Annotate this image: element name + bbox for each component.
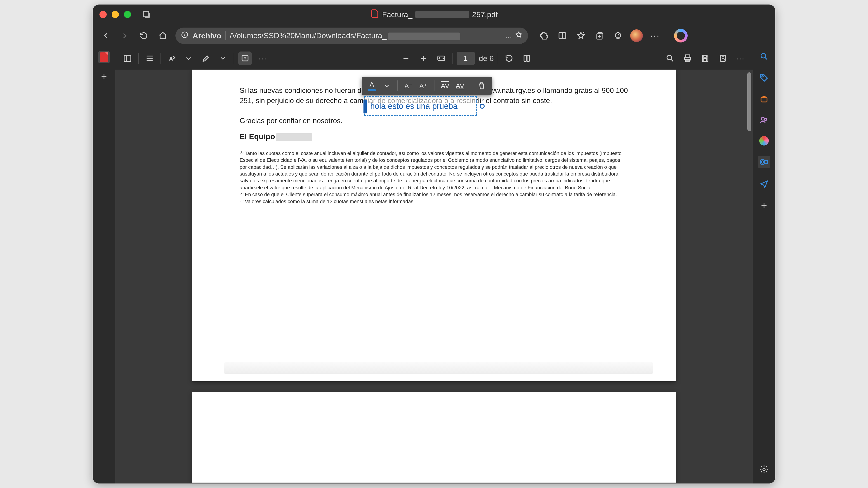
reload-button[interactable] (137, 29, 150, 42)
sidebar-games-icon[interactable] (758, 115, 770, 126)
increase-spacing-button[interactable]: AV (454, 79, 467, 92)
page-number-input[interactable] (457, 52, 475, 65)
toolbar-separator (234, 53, 234, 64)
text-color-button[interactable]: A (365, 79, 378, 92)
profile-avatar[interactable] (630, 29, 643, 42)
svg-point-22 (761, 161, 764, 163)
add-text-tool-icon[interactable] (238, 52, 252, 65)
titlebar: Factura_ 257.pdf (93, 4, 775, 24)
save-icon[interactable] (699, 52, 712, 65)
svg-rect-14 (704, 59, 707, 61)
zoom-out-button[interactable]: − (399, 52, 413, 65)
maximize-window-button[interactable] (124, 11, 131, 18)
nav-right-group: ··· (537, 29, 688, 42)
zoom-in-button[interactable]: + (417, 52, 430, 65)
plus-icon: + (101, 70, 107, 82)
decrease-font-button[interactable]: A⁻ (402, 79, 415, 92)
text-color-dropdown-icon[interactable] (380, 79, 393, 92)
vertical-tab-pdf[interactable] (98, 51, 110, 63)
pdf-viewport[interactable]: A A⁻ A⁺ AV AV (115, 70, 753, 484)
performance-icon[interactable] (612, 29, 624, 42)
pdf-toolbar: ··· − + de 6 (115, 47, 753, 70)
svg-rect-0 (144, 11, 149, 17)
redacted-segment (388, 33, 460, 40)
footnote-1: Tanto las cuotas como el coste anual inc… (240, 151, 622, 191)
print-icon[interactable] (681, 52, 694, 65)
favorite-star-icon[interactable] (515, 31, 523, 40)
text-format-toolbar: A A⁻ A⁺ AV AV (362, 77, 492, 95)
home-button[interactable] (156, 29, 169, 42)
draw-tool-icon[interactable] (199, 52, 213, 65)
toolbar-separator (160, 53, 161, 64)
draw-dropdown-icon[interactable] (216, 52, 230, 65)
traffic-lights (99, 11, 131, 18)
new-tab-button[interactable]: + (98, 70, 110, 82)
read-aloud-icon[interactable] (716, 52, 730, 65)
decrease-spacing-button[interactable]: AV (438, 79, 452, 92)
increase-font-button[interactable]: A⁺ (417, 79, 430, 92)
toolbar-separator (498, 53, 498, 64)
footnote-2: En caso de que el Cliente superara el co… (245, 192, 617, 197)
sidebar-toggle-icon[interactable] (121, 52, 134, 65)
pdf-more-icon[interactable]: ··· (734, 52, 747, 65)
title-suffix: 257.pdf (472, 10, 498, 19)
team-label: El Equipo (240, 132, 275, 141)
address-more-icon[interactable]: … (505, 32, 513, 40)
document-team: El Equipo (240, 132, 628, 141)
close-window-button[interactable] (99, 11, 107, 18)
highlight-tool-icon[interactable] (165, 52, 179, 65)
page-total-label: de 6 (479, 54, 494, 63)
pdf-page-1: A A⁻ A⁺ AV AV (192, 70, 676, 381)
page-view-icon[interactable] (520, 52, 533, 65)
sidebar-add-icon[interactable]: + (758, 200, 770, 210)
text-color-swatch (368, 89, 376, 91)
back-button[interactable] (99, 29, 112, 42)
sidebar-outlook-icon[interactable] (758, 156, 770, 168)
copilot-button[interactable] (674, 29, 688, 42)
text-color-a-icon: A (370, 80, 374, 88)
sidebar-tools-icon[interactable] (758, 94, 770, 104)
sidebar-m365-icon[interactable] (759, 136, 769, 145)
toolbar-more-icon[interactable]: ··· (256, 52, 270, 65)
minimize-window-button[interactable] (112, 11, 119, 18)
text-annotation-box[interactable]: hola esto es una prueba (364, 96, 477, 116)
scrollbar-thumb[interactable] (747, 72, 751, 131)
annotation-text: hola esto es una prueba (370, 101, 458, 111)
extensions-icon[interactable] (537, 29, 550, 42)
svg-point-16 (761, 54, 766, 58)
split-screen-icon[interactable] (556, 29, 569, 42)
protocol-label: Archivo (193, 31, 221, 40)
forward-button[interactable] (119, 29, 131, 42)
content-row: + (93, 47, 775, 484)
fit-page-icon[interactable] (434, 52, 448, 65)
svg-point-17 (762, 75, 763, 77)
collections-icon[interactable] (593, 29, 606, 42)
svg-rect-7 (524, 55, 526, 61)
svg-rect-23 (765, 160, 767, 163)
more-menu-icon[interactable]: ··· (649, 29, 661, 42)
favorites-icon[interactable] (575, 29, 587, 42)
redacted-segment (415, 11, 469, 18)
contents-icon[interactable] (143, 52, 156, 65)
draw-tool-group (199, 52, 230, 65)
tab-overview-icon[interactable] (140, 8, 153, 21)
sidebar-settings-icon[interactable] (760, 465, 769, 476)
svg-rect-8 (527, 55, 529, 61)
pdf-file-icon (370, 9, 379, 20)
rotate-icon[interactable] (502, 52, 516, 65)
document-thanks: Gracias por confiar en nosotros. (240, 117, 628, 125)
svg-point-19 (761, 117, 764, 120)
svg-rect-4 (124, 55, 131, 61)
document-footnotes: (1) Tanto las cuotas como el coste anual… (240, 150, 628, 205)
delete-annotation-button[interactable] (475, 79, 488, 92)
address-bar[interactable]: Archivo /Volumes/SSD%20Manu/Downloads/Fa… (176, 28, 528, 44)
site-info-icon[interactable] (181, 31, 188, 40)
browser-window: Factura_ 257.pdf Archivo /Volumes/SSD%20… (93, 4, 775, 484)
sidebar-shopping-icon[interactable] (758, 72, 770, 83)
annotation-resize-handle[interactable] (480, 104, 485, 109)
highlight-dropdown-icon[interactable] (182, 52, 195, 65)
sidebar-drop-icon[interactable] (758, 178, 770, 189)
toolbar-separator (397, 80, 398, 91)
sidebar-search-icon[interactable] (758, 51, 770, 62)
find-icon[interactable] (663, 52, 677, 65)
